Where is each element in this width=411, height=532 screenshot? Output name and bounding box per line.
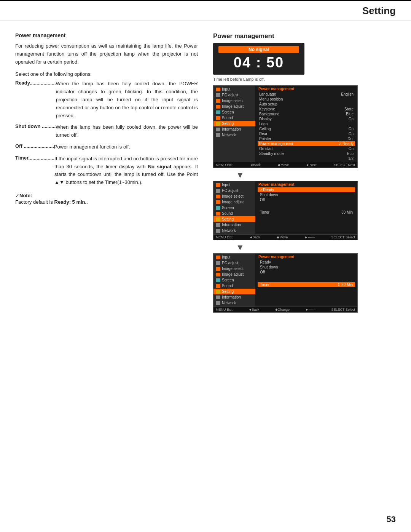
- term-off: Off ...................... Power managem…: [15, 143, 198, 151]
- pm-spacer-3: [258, 275, 355, 282]
- menu-item-screen-2: Screen: [213, 205, 255, 211]
- imageadjust-icon: [216, 105, 220, 109]
- right-column: Power management No signal 04 : 50 Time …: [213, 32, 365, 315]
- content-area: Power management For reducing power cons…: [0, 21, 411, 326]
- menu-item-information-3: Information: [213, 294, 255, 300]
- mr-display: DisplayOn: [258, 117, 355, 121]
- pm-timer-2: Timer30 Min: [258, 210, 355, 215]
- mr-pm: Power management✓ Ready: [258, 141, 355, 146]
- network-icon: [216, 133, 220, 137]
- menu-screenshot-2: Input PC adjust Image select Image adjus…: [213, 181, 358, 240]
- footer-select-1: SELECT Next: [334, 163, 355, 167]
- pm-section-title: Power management: [213, 32, 365, 40]
- menu-item-information-2: Information: [213, 222, 255, 228]
- menu-item-network-3: Network: [213, 300, 255, 306]
- menu-right-header-2: Power management: [258, 182, 355, 187]
- pm-shutdown-3: Shut down: [258, 265, 355, 270]
- imageselect-icon-2: [216, 195, 220, 198]
- note-section: ✓Note: Factory default is Ready: 5 min..: [15, 193, 198, 205]
- footer-exit-3: MENU Exit: [216, 308, 233, 312]
- mr-rear: RearOn: [258, 131, 355, 136]
- menu-right-1: Power management LanguageEnglish Menu po…: [255, 86, 357, 162]
- footer-exit-2: MENU Exit: [216, 235, 233, 239]
- page-header: Setting: [0, 0, 411, 21]
- imageadjust-icon-3: [216, 273, 220, 276]
- menu-left-2: Input PC adjust Image select Image adjus…: [213, 181, 255, 234]
- menu-footer-2: MENU Exit ◄Back ◆Move ►------ SELECT Sel…: [213, 234, 357, 240]
- term-off-def: Power management function is off.: [54, 143, 198, 151]
- menu-screenshot-1: Input PC adjust Image select Image adjus…: [213, 85, 358, 168]
- pm-timer: 04 : 50: [218, 54, 299, 71]
- term-shutdown: Shut down .......... When the lamp has b…: [15, 123, 198, 139]
- screen-icon-2: [216, 206, 220, 210]
- menu-item-setting-2: Setting◄: [213, 216, 255, 222]
- setting-icon-3: [216, 290, 220, 294]
- mr-page: 1/2: [258, 156, 355, 161]
- mr-pointer: PointerDot: [258, 136, 355, 141]
- menu-item-setting-3: Setting◄: [213, 289, 255, 294]
- pm-ready-3: Ready: [258, 260, 355, 265]
- term-ready: Ready................... When the lamp h…: [15, 80, 198, 120]
- setting-icon-2: [216, 217, 220, 221]
- mr-logo: Logo: [258, 121, 355, 126]
- pm-timer-3: Timer⇕ 30 Min: [258, 282, 355, 287]
- imageselect-icon: [216, 99, 220, 103]
- menu-item-setting: Setting◄: [213, 121, 255, 126]
- information-icon-3: [216, 296, 220, 299]
- sound-icon: [216, 116, 220, 120]
- menu-item-screen: Screen: [213, 109, 255, 115]
- footer-back-2: ◄Back: [249, 235, 260, 239]
- imageselect-icon-3: [216, 267, 220, 271]
- menu-item-pcadjust-2: PC adjust: [213, 188, 255, 193]
- term-ready-def: When the lamp has been fully cooled down…: [56, 80, 198, 120]
- menu-right-3: Power management Ready Shut down Off Tim…: [255, 254, 357, 307]
- menu-arrow: ◄: [249, 121, 253, 126]
- menu-item-input-2: Input: [213, 182, 255, 188]
- mr-background: BackgroundBlue: [258, 112, 355, 117]
- pm-no-signal: No signal: [218, 46, 299, 53]
- mr-onstart: On startOn: [258, 146, 355, 151]
- menu-footer-1: MENU Exit ◄Back ◆Move ►Next SELECT Next: [213, 162, 357, 168]
- footer-exit-1: MENU Exit: [216, 163, 233, 167]
- footer-next-3: ►------: [305, 308, 315, 312]
- pcadjust-icon-3: [216, 261, 220, 265]
- menu-left-3: Input PC adjust Image select Image adjus…: [213, 254, 255, 307]
- page-number: 53: [387, 514, 396, 524]
- input-icon-3: [216, 256, 220, 259]
- footer-back-3: ◄Back: [248, 308, 259, 312]
- menu-item-imageselect: Image select: [213, 98, 255, 104]
- pm-off-3: Off: [258, 270, 355, 275]
- menu-right-header-3: Power management: [258, 254, 355, 260]
- menu-item-imageadjust: Image adjust: [213, 104, 255, 109]
- menu-item-input: Input: [213, 86, 255, 92]
- menu-item-screen-3: Screen: [213, 277, 255, 283]
- pcadjust-icon: [216, 93, 220, 97]
- pcadjust-icon-2: [216, 189, 220, 193]
- menu-item-sound-2: Sound: [213, 211, 255, 216]
- menu-item-imageadjust-2: Image adjust: [213, 199, 255, 205]
- menu-footer-3: MENU Exit ◄Back ◆Change ►------ SELECT S…: [213, 307, 357, 312]
- footer-select-3: SELECT Select: [331, 308, 355, 312]
- imageadjust-icon-2: [216, 200, 220, 204]
- network-icon-3: [216, 301, 220, 305]
- section-heading: Power management: [15, 32, 198, 38]
- term-timer-label: Timer...................: [15, 155, 54, 187]
- term-ready-label: Ready...................: [15, 80, 56, 120]
- mr-keystone: KeystoneStore: [258, 107, 355, 112]
- term-timer: Timer................... If the input si…: [15, 155, 198, 187]
- note-text: Factory default is Ready: 5 min..: [15, 199, 198, 205]
- setting-icon: [216, 122, 220, 126]
- menu-item-input-3: Input: [213, 254, 255, 260]
- information-icon-2: [216, 223, 220, 227]
- footer-select-2: SELECT Select: [331, 235, 355, 239]
- menu-body-1: Input PC adjust Image select Image adjus…: [213, 86, 357, 162]
- footer-back-1: ◄Back: [250, 163, 261, 167]
- term-shutdown-label: Shut down ..........: [15, 123, 56, 139]
- intro-text: For reducing power consumption as well a…: [15, 42, 198, 66]
- menu-item-imageselect-3: Image select: [213, 266, 255, 272]
- menu-right-header-1: Power management: [258, 86, 355, 92]
- menu-item-information: Information: [213, 126, 255, 132]
- pm-display-box: No signal 04 : 50: [213, 43, 304, 75]
- arrow-down-2: ▼: [213, 243, 365, 252]
- footer-move-2: ◆Move: [277, 235, 288, 239]
